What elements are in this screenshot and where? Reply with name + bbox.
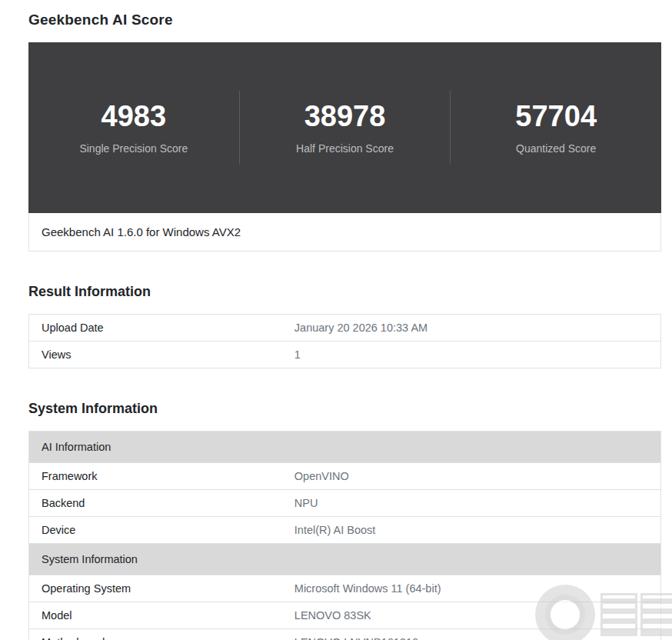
system-information-table: AI Information Framework OpenVINO Backen… <box>28 431 661 640</box>
half-precision-score-value: 38978 <box>240 101 451 133</box>
benchmark-version: Geekbench AI 1.6.0 for Windows AVX2 <box>28 213 661 252</box>
quantized-score-value: 57704 <box>451 101 661 133</box>
row-value: Microsoft Windows 11 (64-bit) <box>294 575 660 602</box>
row-label: Device <box>29 517 294 543</box>
row-label: Views <box>29 342 294 368</box>
row-value: January 20 2026 10:33 AM <box>294 315 660 341</box>
table-subheader-system-information: System Information <box>29 543 660 575</box>
score-quantized: 57704 Quantized Score <box>451 101 661 155</box>
quantized-score-label: Quantized Score <box>451 142 661 155</box>
row-label: Upload Date <box>29 315 294 341</box>
system-information-heading: System Information <box>28 401 661 417</box>
table-row: Backend NPU <box>29 489 660 516</box>
result-information-table: Upload Date January 20 2026 10:33 AM Vie… <box>28 314 661 368</box>
half-precision-score-label: Half Precision Score <box>240 142 451 155</box>
table-row: Motherboard LENOVO LNVNB161216 <box>29 628 660 640</box>
row-value: 1 <box>294 342 660 368</box>
single-precision-score-label: Single Precision Score <box>28 142 239 155</box>
row-value: LENOVO 83SK <box>294 602 660 628</box>
table-subheader-ai-information: AI Information <box>29 432 660 462</box>
row-value: LENOVO LNVNB161216 <box>294 629 660 640</box>
table-row: Operating System Microsoft Windows 11 (6… <box>29 575 660 602</box>
row-label: Backend <box>29 490 294 516</box>
table-row: Framework OpenVINO <box>29 462 660 489</box>
table-row: Device Intel(R) AI Boost <box>29 516 660 543</box>
score-half-precision: 38978 Half Precision Score <box>240 101 451 155</box>
score-single-precision: 4983 Single Precision Score <box>28 101 239 155</box>
row-label: Motherboard <box>29 629 294 640</box>
page-title: Geekbench AI Score <box>28 12 661 28</box>
row-value: Intel(R) AI Boost <box>294 517 660 543</box>
row-value: OpenVINO <box>294 463 660 489</box>
row-label: Operating System <box>29 575 294 602</box>
single-precision-score-value: 4983 <box>28 101 239 133</box>
results-page: Geekbench AI Score 4983 Single Precision… <box>0 0 672 640</box>
row-label: Model <box>29 602 294 628</box>
row-label: Framework <box>29 463 294 489</box>
table-row: Views 1 <box>29 341 660 368</box>
score-banner: 4983 Single Precision Score 38978 Half P… <box>28 42 661 213</box>
table-row: Upload Date January 20 2026 10:33 AM <box>29 315 660 341</box>
result-information-heading: Result Information <box>28 284 661 300</box>
table-row: Model LENOVO 83SK <box>29 602 660 628</box>
row-value: NPU <box>294 490 660 516</box>
